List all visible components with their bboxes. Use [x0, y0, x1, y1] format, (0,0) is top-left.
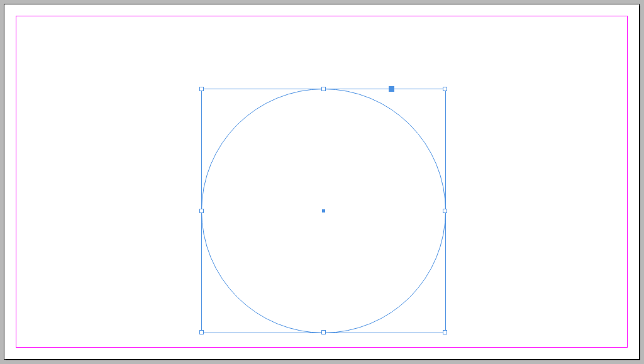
center-point-marker	[322, 209, 325, 212]
pasteboard[interactable]	[0, 0, 644, 364]
resize-handle-ne[interactable]	[443, 87, 447, 91]
content-proxy-handle[interactable]	[389, 86, 394, 92]
resize-handle-nw[interactable]	[199, 87, 204, 91]
resize-handle-w[interactable]	[199, 209, 204, 213]
resize-handle-e[interactable]	[443, 209, 447, 213]
resize-handle-n[interactable]	[321, 87, 326, 91]
resize-handle-sw[interactable]	[199, 330, 204, 334]
resize-handle-se[interactable]	[443, 330, 447, 334]
resize-handle-s[interactable]	[321, 330, 326, 334]
document-page[interactable]	[4, 4, 640, 360]
